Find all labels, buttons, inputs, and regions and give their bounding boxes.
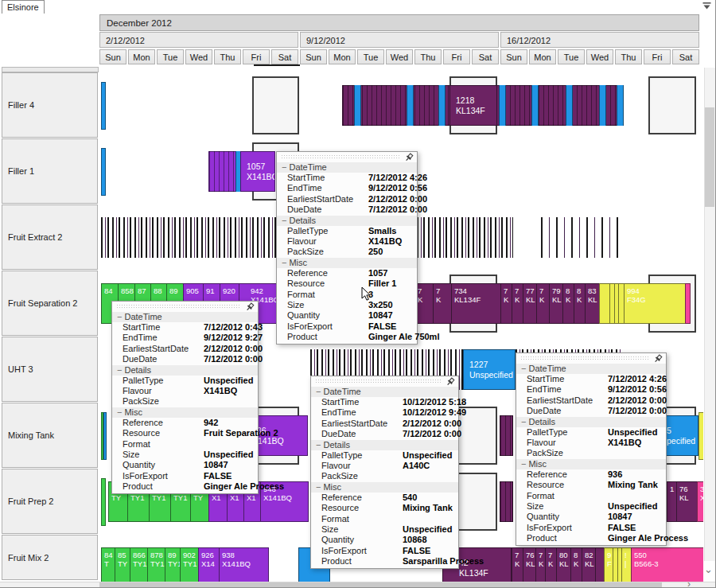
tooltip-grip[interactable] xyxy=(277,152,417,162)
bar-segment[interactable]: 7K xyxy=(536,283,550,324)
bar-segment[interactable]: 902TY1 xyxy=(180,547,199,582)
tooltip-row: ProductGinger Ale Process xyxy=(516,533,666,543)
placeholder-box[interactable] xyxy=(252,76,299,134)
tooltip-row: ResourceMixing Tank xyxy=(516,480,666,490)
tooltip-section-header[interactable]: −Misc xyxy=(112,407,258,418)
tooltip-section-header[interactable]: −DateTime xyxy=(516,364,666,374)
scroll-down-icon[interactable]: ⌄ xyxy=(702,560,715,581)
vertical-scrollbar-thumb[interactable] xyxy=(705,107,714,207)
pin-icon[interactable] xyxy=(446,377,455,387)
tooltip-grip[interactable] xyxy=(516,353,666,364)
tooltip-section-header[interactable]: −Details xyxy=(516,417,666,427)
segment-label-line: K xyxy=(577,295,585,304)
bar-label-line: KL134F xyxy=(456,106,496,116)
tooltip-grip[interactable] xyxy=(112,302,258,312)
bar-segment[interactable]: 76KL xyxy=(676,481,698,522)
bar-segment[interactable]: 926X14 xyxy=(198,547,220,582)
collapse-icon[interactable] xyxy=(702,2,712,11)
tooltip-field-value: Ginger Ale Process xyxy=(204,481,284,492)
tooltip-field-label: Flavour xyxy=(516,438,608,448)
gantt-bar[interactable]: 1057X141BQ xyxy=(240,151,275,192)
bar-segment[interactable]: 550B566-3 xyxy=(631,547,703,582)
tooltip-section-header[interactable]: −Misc xyxy=(516,459,666,469)
bar-segment[interactable]: 7K xyxy=(512,547,523,582)
tooltip-row: ProductSarsparilla Process xyxy=(311,556,458,567)
tooltip-section-header[interactable]: −Details xyxy=(277,216,417,226)
bar-segment[interactable]: 3X1 xyxy=(697,481,703,522)
segment-label-line: TY xyxy=(193,493,208,502)
bar-segment[interactable] xyxy=(599,283,610,324)
bar-segment[interactable]: 938X141BQ xyxy=(219,547,269,582)
tab-elsinore[interactable]: Elsinore xyxy=(2,0,45,14)
bar-segment[interactable]: 8K xyxy=(574,283,586,324)
bar-segment[interactable]: 83KL xyxy=(585,283,600,324)
tooltip-field-value: Unspecified xyxy=(403,524,452,535)
gantt-bar[interactable]: 1218KL134F xyxy=(449,85,497,126)
gantt-bar[interactable] xyxy=(101,478,106,526)
bar-segment[interactable]: 76KL xyxy=(523,547,536,582)
bar-segment[interactable]: 7K xyxy=(500,283,512,324)
bar-segment[interactable]: 878TY1 xyxy=(147,547,165,582)
bar-segment[interactable]: 89TY1 xyxy=(165,547,181,582)
tooltip-field-label: PalletType xyxy=(311,450,403,461)
bar-segment[interactable]: 79KL xyxy=(549,283,563,324)
tooltip-field-label: Size xyxy=(311,524,403,535)
tooltip-section-header[interactable]: −DateTime xyxy=(311,387,458,397)
gantt-bar[interactable] xyxy=(101,82,106,130)
tooltip-section-header[interactable]: −Misc xyxy=(277,258,417,268)
pin-icon[interactable] xyxy=(404,153,414,162)
gantt-bar[interactable] xyxy=(500,415,513,456)
mouse-cursor xyxy=(361,286,372,303)
tooltip-section-header[interactable]: −Misc xyxy=(311,482,458,493)
tooltip-section-header[interactable]: −Details xyxy=(311,440,458,450)
bar-segment[interactable]: 77KL xyxy=(523,283,537,324)
gantt-bar[interactable] xyxy=(103,412,107,460)
pin-icon[interactable] xyxy=(653,354,663,364)
gantt-bar[interactable] xyxy=(500,481,513,522)
tooltip-row: PalletTypeUnspecified xyxy=(112,376,258,386)
gantt-bar[interactable] xyxy=(208,151,240,192)
bar-segment[interactable]: 734KL134F xyxy=(451,283,501,324)
bar-segment[interactable]: 8K xyxy=(570,547,582,582)
bar-segment[interactable]: 8K xyxy=(562,283,574,324)
segment-label-line: K xyxy=(418,295,433,304)
tooltip-section-name: Misc xyxy=(289,258,307,267)
week-header: 16/12/2012 xyxy=(500,32,699,48)
scroll-right-icon[interactable]: › xyxy=(681,580,697,588)
tooltip-field-value: Ginger Ale Process xyxy=(608,533,688,543)
tooltip-section-header[interactable]: −DateTime xyxy=(112,312,258,322)
tooltip-row: EndTime10/12/2012 9:49 xyxy=(311,407,458,418)
gantt-bar-batch[interactable] xyxy=(101,217,276,258)
bar-stripe xyxy=(438,85,446,126)
segment-label-line: 77 xyxy=(526,286,536,295)
bar-segment[interactable]: 7K xyxy=(512,283,523,324)
bar-segment[interactable]: 7K xyxy=(433,283,452,324)
bar-segment[interactable] xyxy=(685,283,691,324)
tooltip-grip[interactable] xyxy=(311,376,458,387)
horizontal-scrollbar-thumb[interactable] xyxy=(99,582,662,588)
segment-label-line: X1 xyxy=(230,493,243,502)
segment-label-line: ! xyxy=(625,551,631,559)
tooltip-field-label: EarliestStartDate xyxy=(311,419,403,429)
bar-segment[interactable]: 85TY xyxy=(115,547,130,582)
placeholder-box[interactable] xyxy=(648,76,696,134)
tooltip-row: DueDate7/12/2012 0:00 xyxy=(277,204,417,215)
tooltip-field-value: 9/12/2012 0:56 xyxy=(368,183,427,193)
bar-segment[interactable]: 84T xyxy=(101,547,115,582)
gantt-bar-batch[interactable] xyxy=(541,217,622,258)
day-header: Mon xyxy=(529,49,556,64)
tooltip-section-header[interactable]: −DateTime xyxy=(277,162,417,173)
gantt-bar[interactable]: 1227Unspecified xyxy=(463,349,516,390)
bar-segment[interactable]: 80KL xyxy=(556,547,571,582)
bar-segment[interactable]: 994F34G xyxy=(624,283,686,324)
tooltip-section-header[interactable]: −Details xyxy=(112,365,258,376)
bar-segment[interactable]: 866TY1 xyxy=(130,547,148,582)
tooltip-field-label: IsForExport xyxy=(516,523,608,533)
bar-segment[interactable]: 7K xyxy=(545,547,557,582)
gantt-bar[interactable] xyxy=(101,148,106,196)
gantt-bar[interactable] xyxy=(698,412,703,460)
segment-label-line: TY1 xyxy=(168,559,180,568)
bar-segment[interactable]: 82KL xyxy=(582,547,596,582)
tooltip-row: Reference540 xyxy=(311,493,458,503)
pin-icon[interactable] xyxy=(245,302,255,312)
